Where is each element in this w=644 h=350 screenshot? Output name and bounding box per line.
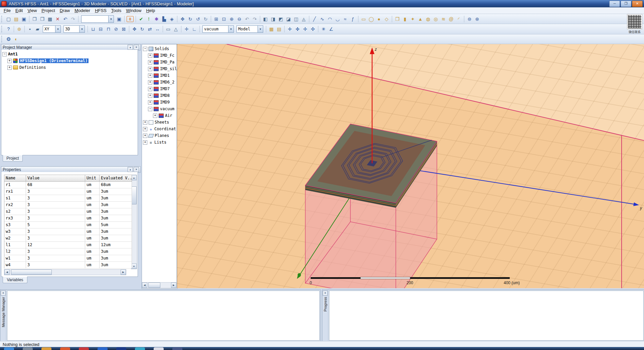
toolbar-drag-handle[interactable] xyxy=(1,16,3,22)
value-cell[interactable]: 3 xyxy=(26,248,85,255)
message-window-icon[interactable]: 0 xyxy=(127,16,134,22)
paste-icon[interactable]: ❒ xyxy=(38,15,46,23)
help-pointer-icon[interactable]: ? xyxy=(5,25,12,33)
taskbar-app-1[interactable] xyxy=(23,347,33,350)
menu-file[interactable]: File xyxy=(1,8,13,13)
tree-item-imd-sil[interactable]: IMD_sil xyxy=(142,65,177,72)
property-row-w1[interactable]: w13um3um xyxy=(4,255,132,262)
property-row-w2[interactable]: w23um3um xyxy=(4,235,132,242)
select-object-icon[interactable]: ▪ xyxy=(26,25,34,33)
maximize-button[interactable]: ❐ xyxy=(621,1,631,7)
pan-icon[interactable]: ✥ xyxy=(179,15,186,23)
column-header-value[interactable]: Value xyxy=(26,175,85,182)
expander-plus-icon[interactable] xyxy=(148,60,152,64)
tree-item-imd9[interactable]: IMD9 xyxy=(142,99,177,106)
tree-item-lists[interactable]: Lists xyxy=(142,139,177,146)
tree-item-imd1[interactable]: IMD1 xyxy=(142,72,177,79)
close-icon[interactable] xyxy=(134,167,139,172)
column-header-name[interactable]: Name xyxy=(4,175,26,182)
draw-equation-curve-icon[interactable]: ƒ xyxy=(349,15,357,23)
scroll-left-icon[interactable] xyxy=(142,283,147,288)
view-back-icon[interactable]: ◬ xyxy=(300,15,308,23)
tree-item-definitions[interactable]: Definitions xyxy=(1,64,138,71)
draw-cone-icon[interactable]: ▲ xyxy=(417,15,424,23)
offset-icon[interactable]: ↔ xyxy=(154,25,161,33)
value-cell[interactable]: 12 xyxy=(26,242,85,248)
property-row-l2[interactable]: l23um3um xyxy=(4,248,132,255)
draw-arc-3point-icon[interactable]: ◡ xyxy=(334,15,341,23)
redo-icon[interactable]: ↷ xyxy=(69,15,77,23)
tab-variables[interactable]: Variables xyxy=(3,277,27,283)
wrap-sheet-icon[interactable]: △ xyxy=(172,25,180,33)
expander-minus-icon[interactable] xyxy=(143,47,147,51)
draw-torus-icon[interactable]: ◎ xyxy=(432,15,440,23)
expander-plus-icon[interactable] xyxy=(143,134,147,138)
tree-item-solids[interactable]: Solids xyxy=(142,45,177,52)
zoom-out-icon[interactable]: ⊖ xyxy=(235,15,243,23)
zoom-fit-icon[interactable]: ⊡ xyxy=(220,15,228,23)
property-row-r1[interactable]: r168um68um xyxy=(4,182,132,188)
tree-item-planes[interactable]: Planes xyxy=(142,132,177,139)
copy-icon[interactable]: ❐ xyxy=(31,15,38,23)
sweep-around-axis-icon[interactable]: ⊛ xyxy=(473,15,481,23)
taskbar-app-6[interactable] xyxy=(116,347,126,350)
chevron-down-icon[interactable] xyxy=(55,26,60,32)
create-relative-cs-icon[interactable]: ✛ xyxy=(286,25,294,33)
split-icon[interactable]: ⊘ xyxy=(112,25,120,33)
column-header-evaluated-v[interactable]: Evaluated V... xyxy=(100,175,132,182)
grid-display-icon[interactable]: ▦ xyxy=(268,25,275,33)
draw-regular-polyhedron-icon[interactable]: ✦ xyxy=(409,15,417,23)
drawing-plane-combo[interactable]: XY xyxy=(43,25,61,33)
value-cell[interactable]: 3 xyxy=(26,208,85,215)
value-cell[interactable]: 3 xyxy=(26,202,85,208)
value-cell[interactable]: 5 xyxy=(26,222,85,228)
delete-icon[interactable]: ✕ xyxy=(54,15,61,23)
next-view-icon[interactable]: ↷ xyxy=(251,15,259,23)
menu-tools[interactable]: Tools xyxy=(109,8,124,13)
selection-filter-icon[interactable]: ▣ xyxy=(115,15,123,23)
mirror-icon[interactable]: ⇄ xyxy=(146,25,154,33)
property-row-w4[interactable]: w43um3um xyxy=(4,262,132,269)
measure-position-icon[interactable]: ✛ xyxy=(183,25,190,33)
selection-combo[interactable] xyxy=(81,15,114,23)
rotate-screen-icon[interactable]: ↻ xyxy=(202,15,209,23)
expander-plus-icon[interactable] xyxy=(148,80,152,84)
draw-line-icon[interactable]: ╱ xyxy=(311,15,318,23)
expander-plus-icon[interactable] xyxy=(148,67,152,71)
optimetrics-icon[interactable]: ✱ xyxy=(153,15,160,23)
model-display-combo[interactable]: Model xyxy=(236,25,263,33)
modeler-surface-view-icon[interactable]: ❂ xyxy=(5,35,12,43)
chevron-down-icon[interactable] xyxy=(258,26,263,32)
create-report-icon[interactable]: ▙ xyxy=(160,15,168,23)
tree-item-imd7[interactable]: IMD7 xyxy=(142,85,177,92)
value-cell[interactable]: 3 xyxy=(26,235,85,242)
view-front-icon[interactable]: ◫ xyxy=(292,15,300,23)
expander-plus-icon[interactable] xyxy=(143,127,147,131)
close-icon[interactable] xyxy=(134,45,139,50)
draw-sphere-icon[interactable]: ◍ xyxy=(424,15,432,23)
set-working-cs-icon[interactable]: ✣ xyxy=(309,25,317,33)
collapse-icon[interactable] xyxy=(128,167,133,172)
start-orb[interactable] xyxy=(4,347,14,350)
collapse-icon[interactable] xyxy=(128,45,133,50)
previous-view-icon[interactable]: ↶ xyxy=(243,15,251,23)
chevron-down-icon[interactable] xyxy=(228,26,233,32)
property-row-s1[interactable]: s13um3um xyxy=(4,195,132,202)
tree-item-sheets[interactable]: Sheets xyxy=(142,119,177,126)
move-icon[interactable]: ✥ xyxy=(131,25,138,33)
tree-item-coordinat[interactable]: Coordinat xyxy=(142,126,177,132)
menu-draw[interactable]: Draw xyxy=(57,8,72,13)
snap-settings-icon[interactable]: ✳ xyxy=(320,25,327,33)
close-icon[interactable] xyxy=(1,291,6,296)
expander-plus-icon[interactable] xyxy=(7,65,12,70)
scroll-down-icon[interactable] xyxy=(131,264,137,269)
expander-plus-icon[interactable] xyxy=(7,59,12,63)
menu-project[interactable]: Project xyxy=(39,8,57,13)
taskbar-app-7[interactable] xyxy=(135,347,145,350)
close-button[interactable]: ✕ xyxy=(632,1,643,7)
expander-minus-icon[interactable] xyxy=(148,107,152,111)
draw-arc-center-icon[interactable]: ◠ xyxy=(326,15,334,23)
rotate-axis-icon[interactable]: ↺ xyxy=(194,15,202,23)
property-row-rx3[interactable]: rx33um3um xyxy=(4,215,132,222)
expander-plus-icon[interactable] xyxy=(148,73,152,78)
